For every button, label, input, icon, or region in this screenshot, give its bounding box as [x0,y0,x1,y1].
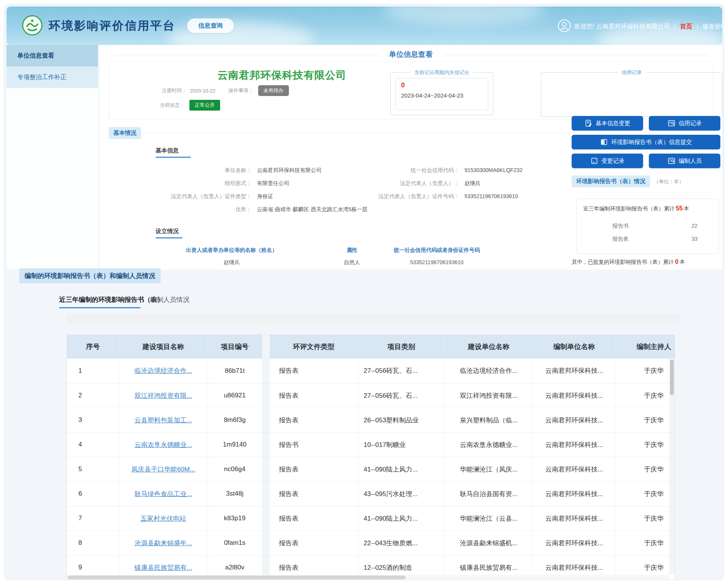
info-query-button[interactable]: 信息查询 [187,18,234,33]
tab-basic-info[interactable]: 基本信息 [156,147,179,154]
vertical-scrollbar-thumb[interactable] [670,360,674,395]
tab-setup-info[interactable]: 设立情况 [156,228,179,235]
bottom-section-title: 编制的环境影响报告书（表）和编制人员情况 [19,268,161,283]
score-box: 0 2023-04-24~2024-04-23 [395,78,488,110]
project-name-link[interactable]: 云南农垦永德糖业... [119,432,207,457]
table-cell: 1m9140 [207,432,262,457]
project-name-link[interactable]: 耿马绿色食品工业... [119,481,207,506]
row-index-cell: 7 [67,506,119,531]
table-cell: 于庆华 [615,408,675,432]
table-cell: 0fam1s [207,531,262,555]
table-row: 3云县塑料包装加工...8m6f3g报告表26--053塑料制品业泉兴塑料制品（… [67,408,675,432]
project-category-cell: 10--017制糖业 [358,432,444,457]
table-cell: 云南君邦环保科技... [533,481,615,506]
form-field-label: 法定代表人（负责人）证件类型： [136,193,252,200]
score-panel: 当前记分周期内失信记分 0 2023-04-24~2024-04-23 [390,72,493,115]
form-field-value: 云南君邦环保科技有限公司 [257,167,322,174]
project-name-link[interactable]: 双江祥鸿投资有限... [119,383,207,408]
stat-label-report-form: 报告表 [612,236,629,243]
op-item-label: 操作事项： [229,87,254,94]
credit-record-panel: 信用记录 [541,72,722,117]
row-index-cell: 4 [67,432,119,457]
table-row: 6耿马绿色食品工业...3st48j报告表43--095污水处理...耿马自治县… [67,481,675,506]
welcome-text: 欢迎您! 云南君邦环保科技有限公司 [574,23,670,31]
column-divider [262,432,270,457]
vertical-scrollbar[interactable] [669,359,675,575]
nav-change-password-link[interactable]: 修改密码 [702,23,722,31]
column-divider [262,359,270,383]
project-category-cell: 41--090陆上风力... [358,506,444,531]
project-name-link[interactable]: 沧源县勐来锦盛年... [119,531,207,555]
project-name-link[interactable]: 临沧边境经济合作... [119,359,207,383]
tab-compiler-status[interactable]: 编制人员情况 [150,295,189,304]
table-cell: 沧源县勐来锦盛机... [444,531,533,555]
project-category-cell: 27--056砖瓦、石... [358,383,444,408]
table-cell: 云南君邦环保科技... [533,383,615,408]
project-name-link[interactable]: 五家村光伏电站 [119,506,207,531]
sidebar-item-special-rectification[interactable]: 专项整治工作补正 [7,66,98,88]
project-category-cell: 26--053塑料制品业 [358,408,444,432]
row-index-cell: 1 [67,359,119,383]
report-submit-button[interactable]: 环境影响报告书（表）信息提交 [572,135,720,149]
table-cell: 华能澜沧江（云县... [444,506,533,531]
table-cell: nc06g4 [207,457,262,481]
user-avatar-icon [558,19,571,34]
horizontal-scrollbar[interactable] [67,575,669,580]
sidebar: 单位信息查看 专项整治工作补正 [7,45,98,270]
column-divider [262,383,270,408]
row-index-cell: 6 [67,481,119,506]
doc-type-cell: 报告表 [270,457,358,481]
person-search-icon [668,157,675,165]
button-label: 基本信息变更 [596,120,630,127]
basic-info-change-button[interactable]: 基本信息变更 [572,116,643,131]
status-badge: 正常公开 [189,100,220,111]
company-panel: 云南君邦环保科技有限公司 注册时间： 2020-10-22 操作事项： 未有待办… [109,61,713,119]
column-divider [262,335,270,359]
project-name-link[interactable]: 凤庆县干口华能60M... [119,457,207,481]
table-cell: 86b71t [207,359,262,383]
reg-time-value: 2020-10-22 [190,88,216,94]
row-index-cell: 3 [67,408,119,432]
user-area: 欢迎您! 云南君邦环保科技有限公司 | 首页 | 修改密码 | 退出 [558,19,722,34]
setup-table-header: 出资人或者举办单位等的名称（姓名） [155,247,308,254]
column-header: 编制主持人 [615,335,675,359]
stats-total-value: 55 [675,205,684,212]
table-row: 7五家村光伏电站k83p19报告表41--090陆上风力...华能澜沧江（云县.… [67,506,675,531]
table-cell: 云南君邦环保科技... [533,359,615,383]
basic-section-chip: 基本情况 [109,127,141,139]
table-cell: 8m6f3g [207,408,262,432]
book-icon [600,138,608,146]
table-cell: 华能澜沧江（凤庆... [444,457,533,481]
table-toolbar-bar [66,314,680,324]
table-cell: 临沧边境经济合作... [444,359,533,383]
column-header: 建设单位名称 [444,335,533,359]
button-label: 编制人员 [679,157,702,165]
table-cell: 云南农垦永德糖业... [444,432,533,457]
doc-type-cell: 报告表 [270,531,358,555]
table-row: 8沧源县勐来锦盛年...0fam1s报告表22--043生物质燃...沧源县勐来… [67,531,675,555]
app-frame: 环境影响评价信用平台 信息查询 欢迎您! 云南君邦环保科技有限公司 | 首页 |… [4,4,724,580]
nav-home-link[interactable]: 首页 [680,23,692,31]
form-field-label: 法定代表人（负责人）： [344,180,459,187]
reports-table: 序号建设项目名称项目编号环评文件类型项目类别建设单位名称编制单位名称编制主持人 … [67,335,675,580]
doc-type-cell: 报告表 [270,506,358,531]
form-field-value: 身份证 [257,193,273,200]
form-field-value: 533521196706193610 [464,193,518,199]
table-row: 5凤庆县干口华能60M...nc06g4报告表41--090陆上风力...华能澜… [67,457,675,481]
sidebar-item-unit-info[interactable]: 单位信息查看 [7,45,98,66]
change-record-button[interactable]: 变更记录 [572,154,643,168]
report-stats-header: 环境影响报告书（表）情况 （单位：本） [572,175,684,187]
form-field-label: 组织形式： [136,180,252,187]
column-divider [262,408,270,432]
column-divider [262,531,270,555]
compilers-button[interactable]: 编制人员 [649,154,720,168]
table-cell: 云南君邦环保科技... [533,531,615,555]
credit-record-button[interactable]: 信用记录 [649,116,720,131]
project-name-link[interactable]: 云县塑料包装加工... [119,408,207,432]
form-field-value: 有限责任公司 [257,180,289,187]
setup-table-cell: 赵继兵 [155,259,308,266]
tab-recent-reports[interactable]: 近三年编制的环境影响报告书（表） [59,295,164,304]
table-cell: 耿马自治县国有资... [444,481,533,506]
stat-label-report-book: 报告书 [612,223,629,230]
horizontal-scrollbar-thumb[interactable] [68,576,406,579]
